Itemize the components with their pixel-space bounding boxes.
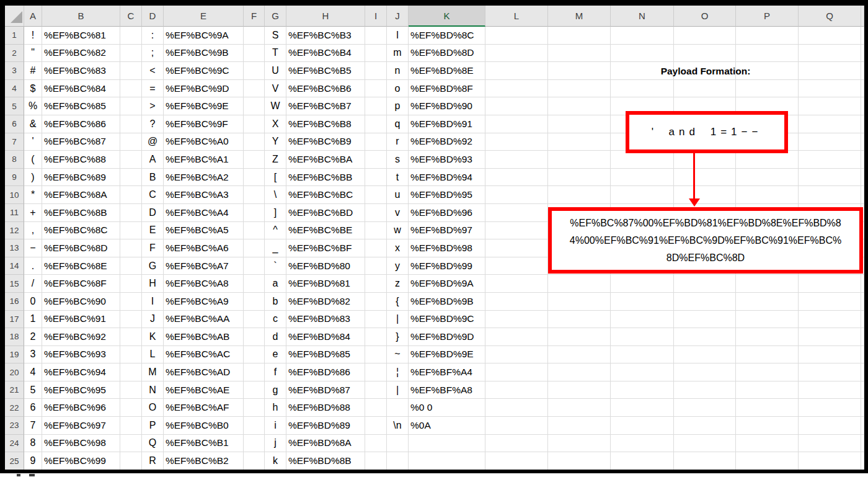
cell-F13[interactable] <box>244 239 265 257</box>
cell-O2[interactable] <box>674 45 736 63</box>
cell-N18[interactable] <box>611 328 674 346</box>
cell-G9[interactable]: [ <box>265 169 286 187</box>
cell-J24[interactable] <box>387 435 409 453</box>
cell-F19[interactable] <box>244 346 265 364</box>
cell-I9[interactable] <box>365 169 387 187</box>
cell-O21[interactable] <box>674 381 736 399</box>
cell-J5[interactable]: p <box>387 97 409 115</box>
row-header-1[interactable]: 1 <box>5 27 24 45</box>
cell-A7[interactable]: ' <box>24 133 42 151</box>
cell-E19[interactable]: %EF%BC%AC <box>164 346 244 364</box>
cell-M8[interactable] <box>548 151 611 169</box>
cell-B5[interactable]: %EF%BC%85 <box>42 97 120 115</box>
column-header-O[interactable]: O <box>674 6 736 27</box>
cell-N15[interactable] <box>611 275 674 293</box>
cell-B15[interactable]: %EF%BC%8F <box>42 275 120 293</box>
cell-F6[interactable] <box>244 115 265 133</box>
cell-E12[interactable]: %EF%BC%A5 <box>164 222 244 240</box>
cell-G2[interactable]: T <box>265 45 286 63</box>
cell-G5[interactable]: W <box>265 97 286 115</box>
cell-J11[interactable]: v <box>387 204 409 222</box>
cell-G24[interactable]: j <box>265 435 286 453</box>
cell-B18[interactable]: %EF%BC%92 <box>42 328 120 346</box>
cell-A16[interactable]: 0 <box>24 293 42 311</box>
cell-B10[interactable]: %EF%BC%8A <box>42 186 120 204</box>
column-header-M[interactable]: M <box>548 6 611 27</box>
cell-H1[interactable]: %EF%BC%B3 <box>286 27 365 45</box>
select-all-button[interactable] <box>5 6 24 27</box>
column-header-Q[interactable]: Q <box>799 6 861 27</box>
cell-H8[interactable]: %EF%BC%BA <box>286 151 365 169</box>
cell-P25[interactable] <box>736 452 799 470</box>
cell-E21[interactable]: %EF%BC%AE <box>164 381 244 399</box>
cell-F2[interactable] <box>244 45 265 63</box>
cell-I17[interactable] <box>365 311 387 329</box>
cell-L22[interactable] <box>485 399 548 417</box>
cell-P1[interactable] <box>736 27 799 45</box>
cell-A9[interactable]: ) <box>24 169 42 187</box>
cell-L24[interactable] <box>485 435 548 453</box>
cell-L23[interactable] <box>485 417 548 435</box>
cell-G6[interactable]: X <box>265 115 286 133</box>
cell-D8[interactable]: A <box>142 151 164 169</box>
cell-D12[interactable]: E <box>142 222 164 240</box>
row-header-22[interactable]: 22 <box>5 399 24 417</box>
cell-B11[interactable]: %EF%BC%8B <box>42 204 120 222</box>
cell-M16[interactable] <box>548 293 611 311</box>
cell-E13[interactable]: %EF%BC%A6 <box>164 239 244 257</box>
column-header-B[interactable]: B <box>42 6 120 27</box>
cell-I10[interactable] <box>365 186 387 204</box>
cell-A12[interactable]: , <box>24 222 42 240</box>
cell-J13[interactable]: x <box>387 239 409 257</box>
row-header-9[interactable]: 9 <box>5 169 24 187</box>
cell-Q8[interactable] <box>799 151 861 169</box>
cell-C10[interactable] <box>120 186 142 204</box>
cell-C13[interactable] <box>120 239 142 257</box>
cell-C23[interactable] <box>120 417 142 435</box>
cell-M17[interactable] <box>548 311 611 329</box>
row-header-20[interactable]: 20 <box>5 363 24 381</box>
cell-O19[interactable] <box>674 346 736 364</box>
cell-K20[interactable]: %EF%BF%A4 <box>409 363 485 381</box>
cell-H7[interactable]: %EF%BC%B9 <box>286 133 365 151</box>
cell-C22[interactable] <box>120 399 142 417</box>
cell-J9[interactable]: t <box>387 169 409 187</box>
cell-E18[interactable]: %EF%BC%AB <box>164 328 244 346</box>
cell-Q22[interactable] <box>799 399 861 417</box>
row-header-23[interactable]: 23 <box>5 417 24 435</box>
cell-F23[interactable] <box>244 417 265 435</box>
row-header-21[interactable]: 21 <box>5 381 24 399</box>
cell-M10[interactable] <box>548 186 611 204</box>
row-header-17[interactable]: 17 <box>5 311 24 329</box>
cell-L12[interactable] <box>485 222 548 240</box>
cell-M9[interactable] <box>548 169 611 187</box>
cell-K2[interactable]: %EF%BD%8D <box>409 45 485 63</box>
cell-L6[interactable] <box>485 115 548 133</box>
row-header-11[interactable]: 11 <box>5 204 24 222</box>
cell-L1[interactable] <box>485 27 548 45</box>
cell-K24[interactable] <box>409 435 485 453</box>
cell-H10[interactable]: %EF%BC%BC <box>286 186 365 204</box>
cell-K25[interactable] <box>409 452 485 470</box>
cell-Q9[interactable] <box>799 169 861 187</box>
column-header-F[interactable]: F <box>244 6 265 27</box>
cell-F11[interactable] <box>244 204 265 222</box>
cell-D11[interactable]: D <box>142 204 164 222</box>
row-header-10[interactable]: 10 <box>5 186 24 204</box>
cell-D20[interactable]: M <box>142 363 164 381</box>
cell-J6[interactable]: q <box>387 115 409 133</box>
cell-B14[interactable]: %EF%BC%8E <box>42 257 120 275</box>
down-arrow-icon[interactable] <box>693 153 695 199</box>
cell-I22[interactable] <box>365 399 387 417</box>
cell-Q24[interactable] <box>799 435 861 453</box>
cell-B21[interactable]: %EF%BC%95 <box>42 381 120 399</box>
row-header-6[interactable]: 6 <box>5 115 24 133</box>
cell-E1[interactable]: %EF%BC%9A <box>164 27 244 45</box>
cell-G21[interactable]: g <box>265 381 286 399</box>
cell-N22[interactable] <box>611 399 674 417</box>
column-header-N[interactable]: N <box>611 6 674 27</box>
cell-O23[interactable] <box>674 417 736 435</box>
cell-E5[interactable]: %EF%BC%9E <box>164 97 244 115</box>
cell-F1[interactable] <box>244 27 265 45</box>
cell-N23[interactable] <box>611 417 674 435</box>
